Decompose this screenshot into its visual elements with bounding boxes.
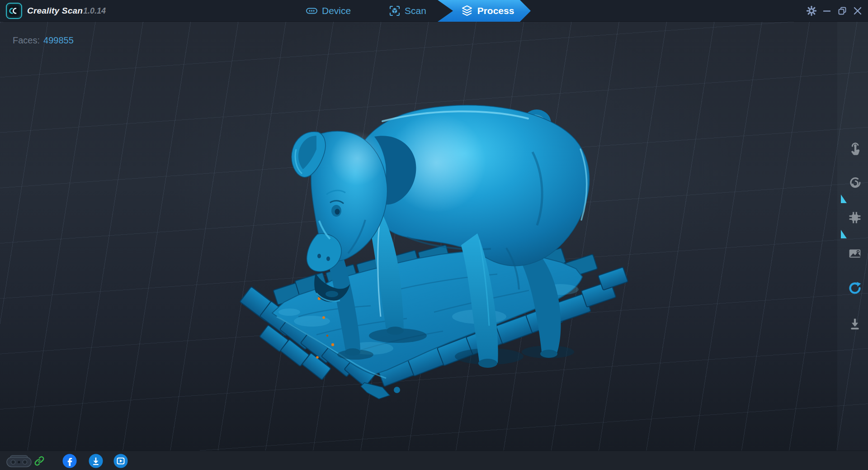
faces-value: 499855 — [43, 35, 74, 46]
export-tool-button[interactable] — [846, 314, 864, 332]
facebook-icon — [62, 454, 77, 468]
faces-readout: Faces: 499855 — [13, 35, 74, 46]
crop-flyout-marker[interactable] — [841, 230, 847, 238]
export-icon — [846, 315, 863, 332]
scanner-device-status[interactable] — [6, 451, 32, 470]
minimize-icon — [822, 6, 832, 16]
window-controls — [804, 0, 865, 22]
video-tutorial-button[interactable] — [113, 451, 128, 470]
app-title: Creality Scan — [27, 0, 83, 22]
download-icon — [89, 454, 103, 468]
tap-tool-button[interactable] — [846, 140, 864, 158]
tab-process[interactable]: Process — [438, 0, 531, 22]
reset-rotation-tool-button[interactable] — [846, 279, 864, 297]
settings-icon — [807, 6, 816, 16]
tap-icon — [846, 141, 863, 158]
layers-icon — [461, 5, 473, 17]
scanner-device-icon — [6, 454, 32, 468]
image-tool-button[interactable] — [846, 244, 864, 262]
crop-tool-button[interactable] — [846, 209, 864, 227]
restore-button[interactable] — [835, 3, 850, 19]
crop-icon — [846, 209, 863, 226]
link-icon — [33, 455, 45, 467]
app-logo — [6, 3, 22, 19]
bottom-bar — [0, 451, 868, 470]
tab-process-label: Process — [477, 5, 514, 16]
facebook-button[interactable] — [62, 451, 77, 470]
rotate-gesture-flyout-marker[interactable] — [841, 195, 847, 203]
tab-scan[interactable]: Scan — [389, 0, 426, 22]
top-bar: Creality Scan 1.0.14 Device Scan Proc — [0, 0, 868, 22]
scan-icon — [389, 5, 401, 17]
reset-rotation-icon — [846, 280, 863, 297]
restore-icon — [837, 6, 847, 16]
video-icon — [113, 454, 128, 468]
creality-logo-icon — [8, 5, 20, 17]
link-button[interactable] — [33, 451, 45, 470]
download-app-button[interactable] — [89, 451, 103, 470]
model-viewport-canvas[interactable] — [0, 0, 868, 470]
settings-button[interactable] — [804, 3, 819, 19]
faces-label: Faces: — [13, 35, 40, 46]
tab-device[interactable]: Device — [306, 0, 351, 22]
close-icon — [853, 6, 863, 16]
tab-device-label: Device — [322, 5, 351, 16]
rotate-gesture-icon — [846, 174, 863, 191]
device-icon — [306, 5, 318, 16]
rotate-gesture-tool-button[interactable] — [846, 174, 864, 192]
app-version: 1.0.14 — [83, 0, 106, 22]
close-button[interactable] — [850, 3, 865, 19]
minimize-button[interactable] — [819, 3, 835, 19]
image-icon — [846, 245, 863, 262]
tab-scan-label: Scan — [405, 5, 426, 16]
